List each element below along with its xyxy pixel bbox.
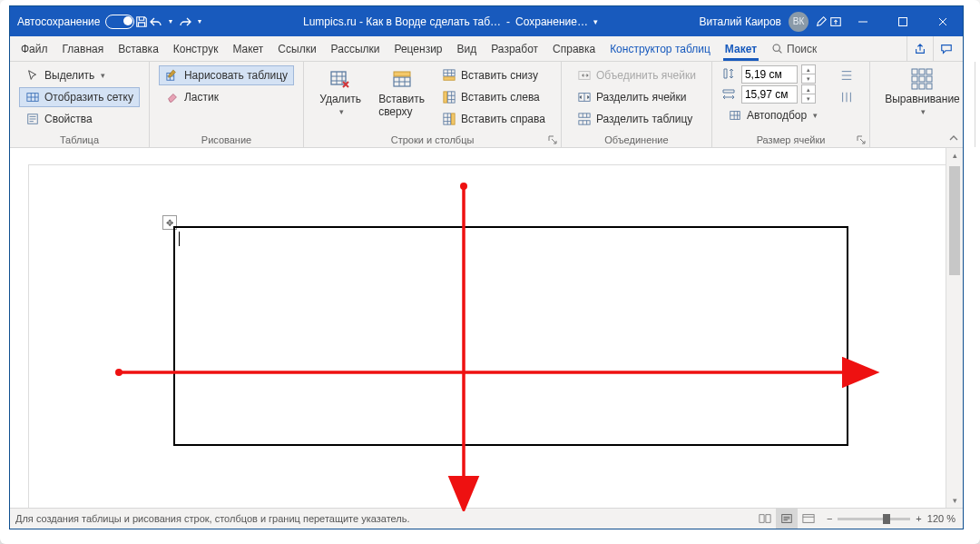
scroll-track[interactable] (946, 163, 963, 493)
pen-icon[interactable] (814, 15, 828, 29)
tell-me-search[interactable]: Поиск (764, 36, 824, 61)
read-mode-icon[interactable] (754, 509, 776, 529)
svg-rect-14 (452, 114, 456, 124)
insert-right-button[interactable]: Вставить справа (436, 109, 552, 129)
group-draw: Нарисовать таблицу Ластик Рисование (150, 62, 304, 147)
scroll-thumb[interactable] (949, 166, 960, 275)
properties-button[interactable]: Свойства (19, 109, 140, 129)
select-button[interactable]: Выделить▾ (19, 65, 140, 85)
tab-references[interactable]: Ссылки (270, 36, 323, 61)
group-cell-size: ▴▾ ▴▾ Автоподбор▾ Размер ячейки (712, 62, 870, 147)
maximize-button[interactable] (883, 6, 923, 36)
row-height-field[interactable] (741, 65, 798, 84)
avatar: ВК (789, 12, 808, 32)
close-button[interactable] (923, 6, 963, 36)
page[interactable]: ✥ (46, 172, 917, 471)
tab-table-design[interactable]: Конструктор таблиц (603, 36, 718, 61)
undo-icon[interactable] (149, 15, 163, 29)
zoom-slider[interactable] (838, 518, 910, 520)
tab-table-layout[interactable]: Макет (718, 36, 764, 61)
row-height-input[interactable]: ▴▾ (721, 65, 824, 84)
column-width-input[interactable]: ▴▾ (721, 85, 824, 104)
zoom-out-icon[interactable]: − (827, 513, 832, 524)
zoom-value[interactable]: 120 % (927, 513, 956, 524)
text-cursor (179, 232, 180, 246)
svg-point-2 (773, 45, 779, 51)
spinner-down-icon[interactable]: ▾ (801, 74, 816, 84)
account-area[interactable]: Виталий Каиров ВК (693, 12, 814, 32)
autosave-toggle[interactable]: Автосохранение (17, 15, 134, 29)
distribute-cols-icon (839, 90, 854, 104)
svg-rect-36 (803, 515, 814, 523)
tab-review[interactable]: Рецензир (387, 36, 449, 61)
delete-button[interactable]: Удалить▾ (313, 65, 368, 118)
vertical-ruler[interactable] (10, 164, 29, 508)
tab-mailings[interactable]: Рассылки (324, 36, 387, 61)
svg-rect-10 (444, 77, 455, 81)
tab-layout[interactable]: Макет (225, 36, 270, 61)
split-table-button[interactable]: Разделить таблицу (571, 109, 702, 129)
user-name: Виталий Каиров (699, 15, 781, 28)
insert-left-button[interactable]: Вставить слева (436, 87, 552, 107)
save-icon[interactable] (134, 15, 149, 29)
autofit-button[interactable]: Автоподбор▾ (721, 105, 824, 125)
insert-below-button[interactable]: Вставить снизу (436, 65, 552, 85)
minimize-button[interactable] (843, 6, 883, 36)
share-button[interactable] (906, 36, 933, 61)
tab-file[interactable]: Файл (14, 36, 55, 61)
insert-above-button[interactable]: Вставить сверху (373, 65, 430, 120)
split-cells-button[interactable]: Разделить ячейки (571, 87, 702, 107)
dialog-launcher-icon[interactable] (857, 135, 866, 144)
tab-developer[interactable]: Разработ (484, 36, 545, 61)
insert-above-icon (390, 67, 414, 91)
zoom-in-icon[interactable]: + (916, 513, 921, 524)
group-label: Размер ячейки (757, 134, 826, 145)
svg-rect-23 (912, 76, 917, 82)
scroll-up-icon[interactable]: ▴ (946, 148, 963, 163)
undo-more-icon[interactable]: ▾ (163, 15, 178, 29)
redo-icon[interactable] (178, 15, 192, 29)
split-table-icon (577, 112, 592, 126)
tab-help[interactable]: Справка (545, 36, 603, 61)
svg-rect-12 (444, 92, 447, 103)
group-alignment: Выравнивание▾ (870, 62, 975, 147)
ribbon-display-icon[interactable] (828, 15, 843, 29)
collapse-ribbon-icon[interactable] (948, 133, 959, 143)
print-layout-icon[interactable] (776, 509, 798, 529)
tab-design[interactable]: Конструк (166, 36, 226, 61)
insert-left-icon (442, 90, 456, 104)
table-cell[interactable] (173, 226, 848, 446)
qat-more-icon[interactable]: ▾ (192, 15, 207, 29)
dialog-launcher-icon[interactable] (548, 135, 557, 144)
group-data: Данные▾ (975, 62, 980, 147)
column-width-field[interactable] (741, 85, 798, 104)
autofit-icon (728, 108, 742, 123)
status-bar: Для создания таблицы и рисования строк, … (10, 508, 963, 529)
distribute-cols-button[interactable] (833, 87, 860, 107)
tab-home[interactable]: Главная (55, 36, 112, 61)
title-bar: Автосохранение ▾ ▾ Lumpics.ru - Как в Во… (10, 6, 963, 36)
distribute-rows-icon (839, 68, 854, 83)
svg-rect-22 (926, 69, 932, 74)
zoom-control[interactable]: − + 120 % (819, 513, 963, 524)
web-layout-icon[interactable] (798, 509, 819, 529)
eraser-button[interactable]: Ластик (159, 87, 294, 107)
app-window: Автосохранение ▾ ▾ Lumpics.ru - Как в Во… (9, 5, 964, 529)
draw-table-button[interactable]: Нарисовать таблицу (159, 65, 294, 85)
tab-insert[interactable]: Вставка (111, 36, 166, 61)
alignment-button[interactable]: Выравнивание▾ (879, 65, 965, 118)
width-icon (721, 87, 738, 102)
spinner-down-icon[interactable]: ▾ (801, 94, 816, 104)
comments-button[interactable] (933, 36, 959, 61)
distribute-rows-button[interactable] (833, 65, 860, 85)
switch-icon (105, 15, 134, 29)
merge-cells-button: Объединить ячейки (571, 65, 702, 85)
scroll-down-icon[interactable]: ▾ (946, 493, 963, 508)
merge-icon (577, 68, 592, 83)
eraser-icon (165, 90, 180, 104)
status-hint: Для создания таблицы и рисования строк, … (15, 513, 410, 524)
vertical-scrollbar[interactable]: ▴ ▾ (946, 148, 963, 508)
horizontal-ruler[interactable] (28, 148, 946, 165)
view-gridlines-button[interactable]: Отобразить сетку (19, 87, 140, 107)
tab-view[interactable]: Вид (450, 36, 485, 61)
